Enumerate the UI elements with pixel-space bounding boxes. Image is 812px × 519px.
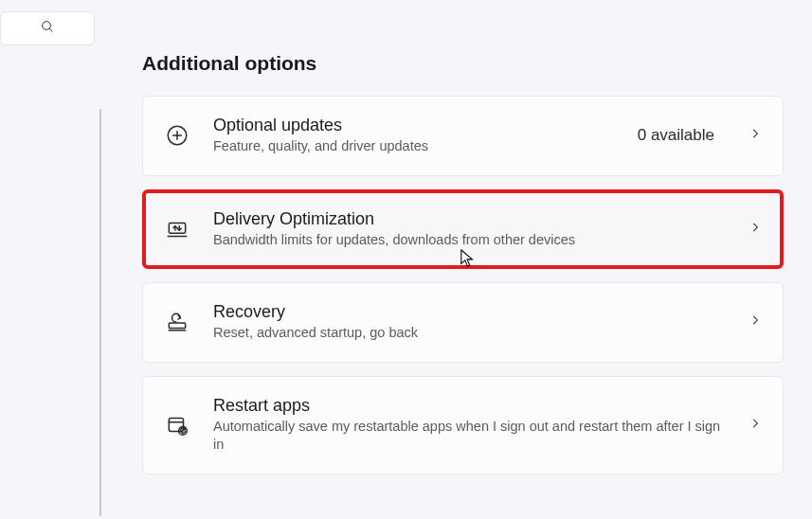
- card-description: Automatically save my restartable apps w…: [213, 418, 726, 455]
- card-description: Bandwidth limits for updates, downloads …: [213, 231, 726, 250]
- card-description: Feature, quality, and driver updates: [213, 137, 615, 156]
- search-icon: [40, 19, 55, 38]
- restart-apps-card[interactable]: Restart apps Automatically save my resta…: [142, 376, 784, 474]
- available-count: 0 available: [638, 126, 714, 145]
- svg-line-1: [49, 28, 52, 31]
- chevron-right-icon: [749, 417, 762, 434]
- chevron-right-icon: [749, 127, 762, 144]
- recovery-card[interactable]: Recovery Reset, advanced startup, go bac…: [142, 282, 784, 363]
- recovery-icon: [164, 309, 190, 335]
- card-text: Recovery Reset, advanced startup, go bac…: [213, 302, 726, 343]
- section-title: Additional options: [142, 52, 784, 75]
- delivery-optimization-icon: [164, 216, 190, 242]
- svg-rect-9: [169, 323, 185, 328]
- search-box[interactable]: [0, 11, 95, 45]
- content-area: Additional options Optional updates Feat…: [142, 52, 784, 488]
- sidebar-divider: [99, 109, 101, 516]
- svg-point-0: [43, 22, 51, 30]
- card-text: Optional updates Feature, quality, and d…: [213, 116, 615, 156]
- card-title: Delivery Optimization: [213, 209, 726, 229]
- chevron-right-icon: [749, 313, 762, 331]
- restart-apps-icon: [164, 412, 190, 438]
- card-text: Delivery Optimization Bandwidth limits f…: [213, 209, 726, 250]
- card-text: Restart apps Automatically save my resta…: [213, 396, 726, 455]
- card-description: Reset, advanced startup, go back: [213, 324, 726, 343]
- plus-circle-icon: [164, 122, 190, 149]
- chevron-right-icon: [749, 221, 762, 238]
- optional-updates-card[interactable]: Optional updates Feature, quality, and d…: [142, 96, 784, 176]
- card-title: Restart apps: [213, 396, 726, 416]
- card-title: Optional updates: [213, 116, 615, 135]
- card-title: Recovery: [213, 302, 726, 322]
- delivery-optimization-card[interactable]: Delivery Optimization Bandwidth limits f…: [142, 189, 784, 270]
